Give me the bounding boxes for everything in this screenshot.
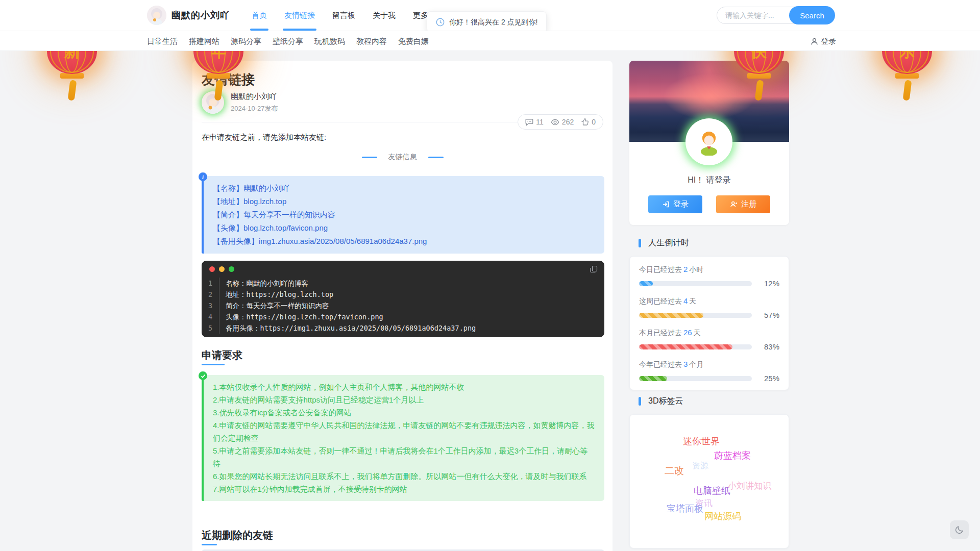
person-icon	[811, 38, 818, 45]
site-logo-avatar	[147, 6, 166, 25]
post-stats: 11 262 0	[518, 114, 603, 130]
subnav-item-gadgets[interactable]: 玩机数码	[314, 37, 345, 46]
requirement-item: 1.本站仅收录个人性质的网站，例如个人主页和个人博客，其他的网站不收	[213, 381, 595, 393]
requirements-title: 申请要求	[202, 348, 242, 362]
window-dots	[209, 266, 234, 272]
info-line: 【简介】每天分享不一样的知识内容	[213, 208, 595, 221]
requirements-box: 1.本站仅收录个人性质的网站，例如个人主页和个人博客，其他的网站不收 2.申请友…	[202, 375, 604, 501]
comments-stat: 11	[525, 118, 544, 126]
countdown-row-month: 本月已经过去26天 83%	[639, 328, 779, 351]
progress-fill	[639, 313, 703, 318]
progress-percent: 83%	[758, 342, 779, 351]
comment-icon	[525, 118, 533, 126]
tag-bt-panel[interactable]: 宝塔面板	[667, 503, 703, 515]
code-text: 简介：每天分享不一样的知识内容	[219, 300, 329, 311]
maximize-dot-icon	[229, 266, 234, 272]
thumbs-up-icon	[581, 118, 589, 126]
subnav-item-site-building[interactable]: 搭建网站	[189, 37, 219, 46]
author-row: 幽默的小刘吖 2024-10-27发布	[202, 91, 278, 114]
countdown-row-today: 今日已经过去2小时 12%	[639, 265, 779, 288]
line-number: 2	[202, 289, 219, 300]
copy-icon[interactable]	[590, 265, 598, 273]
clock-icon	[436, 18, 445, 27]
greeting-toast: 你好！很高兴在 2 点见到你!	[427, 11, 547, 33]
nav-item-home[interactable]: 首页	[243, 0, 276, 31]
tagcloud-header: 3D标签云	[639, 396, 683, 407]
progress-track	[639, 376, 752, 381]
nav-item-about-me[interactable]: 关于我	[364, 0, 404, 31]
eye-icon	[551, 118, 559, 127]
subnav-item-tutorials[interactable]: 教程内容	[356, 37, 387, 46]
requirement-item: 4.申请友链的网站需要遵守中华人民共和国的法律法规，申请友链的网站不要有违规违法…	[213, 419, 595, 444]
likes-stat: 0	[581, 118, 596, 126]
countdown-row-year: 今年已经过去3个月 25%	[639, 360, 779, 383]
code-text: 备用头像：https://img1.zhuxu.asia/2025/08/05/…	[219, 322, 476, 334]
countdown-value: 2	[682, 265, 689, 273]
login-button[interactable]: 登录	[648, 195, 702, 213]
tag-resources[interactable]: 资源	[692, 461, 708, 471]
nav-item-friend-links[interactable]: 友情链接	[276, 0, 324, 31]
tag-site-source[interactable]: 网站源码	[704, 510, 741, 522]
friend-link-info-box: i 【名称】幽默的小刘吖 【地址】blog.lzch.top 【简介】每天分享不…	[202, 176, 604, 254]
category-nav: 日常生活 搭建网站 源码分享 壁纸分享 玩机数码 教程内容 免费白嫖 登录	[0, 31, 980, 51]
subnav-item-freebies[interactable]: 免费白嫖	[398, 37, 429, 46]
tag-pc-wallpaper[interactable]: 电脑壁纸	[694, 485, 730, 497]
tag-blue-archive[interactable]: 蔚蓝档案	[714, 449, 751, 462]
accent-bar	[639, 397, 641, 406]
line-number: 3	[202, 300, 219, 311]
page-title: 友情链接	[202, 71, 255, 89]
line-number: 4	[202, 311, 219, 322]
progress-percent: 25%	[758, 374, 779, 383]
register-button[interactable]: 注册	[716, 195, 770, 213]
progress-fill	[639, 344, 732, 349]
add-user-icon	[730, 201, 738, 208]
tag-miniworld[interactable]: 迷你世界	[683, 435, 720, 447]
nav-item-message-board[interactable]: 留言板	[324, 0, 364, 31]
article-card: 友情链接 幽默的小刘吖 2024-10-27发布 11 262	[192, 61, 612, 551]
section-divider: 友链信息	[192, 153, 612, 162]
divider-dash	[362, 157, 377, 158]
progress-percent: 12%	[758, 279, 779, 288]
info-line: 【地址】blog.lzch.top	[213, 195, 595, 208]
login-greeting: HI！ 请登录	[629, 175, 789, 186]
countdown-value: 3	[682, 360, 689, 368]
subnav-item-daily-life[interactable]: 日常生活	[147, 37, 178, 46]
requirement-item: 7.网站可以在1分钟内加载完成首屏，不接受特别卡的网站	[213, 483, 595, 495]
top-navbar: 幽默的小刘吖 首页 友情链接 留言板 关于我 更多 你好！很高兴在 2 点见到你…	[0, 0, 980, 31]
requirement-item: 3.优先收录有icp备案或者公安备案的网站	[213, 406, 595, 419]
code-text: 头像：https://blog.lzch.top/favicon.png	[219, 311, 383, 322]
author-avatar[interactable]	[202, 91, 224, 114]
requirement-item: 2.申请友链的网站需要支持https访问且已经稳定运营1个月以上	[213, 393, 595, 406]
views-stat: 262	[551, 118, 574, 127]
requirement-item: 5.申请之前需要添加本站友链，否则一律不通过！申请后我将会在1个工作日内添加，最…	[213, 444, 595, 470]
moon-icon	[954, 525, 964, 535]
info-line: 【备用头像】img1.zhuxu.asia/2025/08/05/6891a06…	[213, 235, 595, 248]
author-name[interactable]: 幽默的小刘吖	[231, 92, 278, 102]
title-underline	[202, 544, 217, 545]
accent-bar	[639, 239, 641, 247]
login-link[interactable]: 登录	[811, 31, 836, 52]
divider-label: 友链信息	[388, 153, 417, 162]
title-underline	[202, 364, 225, 365]
dark-mode-toggle[interactable]	[950, 520, 969, 539]
info-line: 【头像】blog.lzch.top/favicon.png	[213, 221, 595, 235]
deleted-links-title: 近期删除的友链	[202, 529, 273, 542]
countdown-row-week: 这周已经过去4天 57%	[639, 296, 779, 319]
tagcloud-title: 3D标签云	[648, 396, 683, 407]
code-block-header	[202, 261, 604, 277]
site-brand[interactable]: 幽默的小刘吖	[147, 6, 230, 25]
search-button[interactable]: Search	[789, 6, 835, 24]
tag-xiaoliu-knowledge[interactable]: 小刘讲知识	[728, 480, 771, 492]
profile-avatar[interactable]	[685, 118, 732, 165]
info-icon: i	[199, 172, 207, 181]
subnav-item-source-code[interactable]: 源码分享	[231, 37, 261, 46]
progress-percent: 57%	[758, 311, 779, 319]
tag-mods[interactable]: 二改	[665, 464, 684, 478]
subnav-item-wallpapers[interactable]: 壁纸分享	[273, 37, 303, 46]
greeting-toast-text: 你好！很高兴在 2 点见到你!	[449, 18, 537, 27]
line-number: 5	[202, 322, 219, 334]
code-text: 名称：幽默的小刘吖的博客	[219, 278, 308, 289]
tagcloud-card: 迷你世界 蔚蓝档案 资源 二改 电脑壁纸 小刘讲知识 资讯 宝塔面板 网站源码	[629, 414, 789, 548]
progress-track	[639, 281, 752, 286]
info-line: 【名称】幽默的小刘吖	[213, 182, 595, 195]
